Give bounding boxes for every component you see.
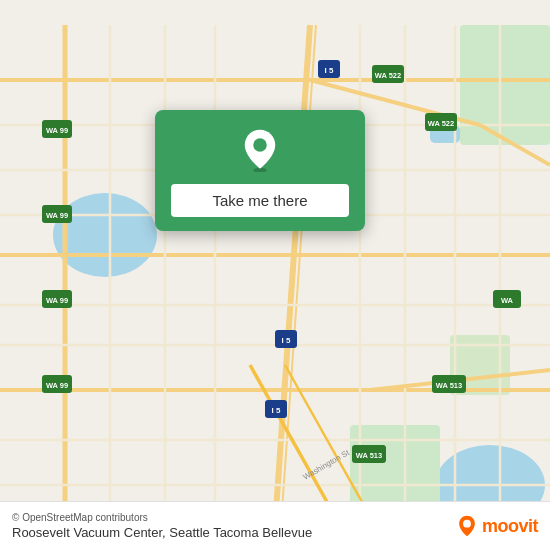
svg-rect-4 [460,25,550,145]
svg-point-61 [463,520,471,528]
svg-text:WA 522: WA 522 [428,119,454,128]
map-container: I 5 I 5 I 5 WA 522 WA 522 WA 99 WA 99 WA… [0,0,550,550]
svg-text:I 5: I 5 [325,66,334,75]
svg-text:WA 513: WA 513 [436,381,462,390]
svg-text:WA 522: WA 522 [375,71,401,80]
svg-rect-5 [350,425,440,505]
svg-text:WA 99: WA 99 [46,296,68,305]
bottom-bar: © OpenStreetMap contributors Roosevelt V… [0,501,550,550]
map-svg: I 5 I 5 I 5 WA 522 WA 522 WA 99 WA 99 WA… [0,0,550,550]
take-me-there-button[interactable]: Take me there [171,184,349,217]
svg-text:WA 513: WA 513 [356,451,382,460]
svg-point-60 [253,138,267,152]
svg-text:I 5: I 5 [272,406,281,415]
bottom-left-info: © OpenStreetMap contributors Roosevelt V… [12,512,312,540]
location-name: Roosevelt Vacuum Center, Seattle Tacoma … [12,525,312,540]
svg-text:WA: WA [501,296,514,305]
location-pin-icon [238,128,282,172]
map-attribution: © OpenStreetMap contributors [12,512,312,523]
popup-card: Take me there [155,110,365,231]
svg-text:WA 99: WA 99 [46,126,68,135]
moovit-brand-text: moovit [482,516,538,537]
moovit-logo: moovit [456,515,538,537]
svg-text:I 5: I 5 [282,336,291,345]
svg-text:WA 99: WA 99 [46,381,68,390]
moovit-pin-icon [456,515,478,537]
svg-text:WA 99: WA 99 [46,211,68,220]
